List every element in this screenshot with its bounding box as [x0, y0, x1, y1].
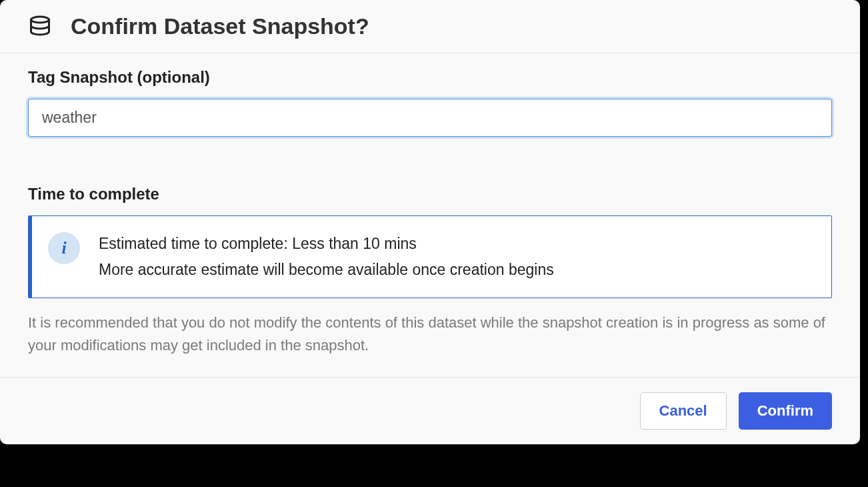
- tag-snapshot-label: Tag Snapshot (optional): [28, 68, 832, 87]
- cancel-button[interactable]: Cancel: [640, 392, 727, 430]
- info-line-2: More accurate estimate will become avail…: [99, 257, 554, 283]
- info-text: Estimated time to complete: Less than 10…: [99, 231, 554, 283]
- confirm-snapshot-dialog: Confirm Dataset Snapshot? Tag Snapshot (…: [0, 0, 860, 444]
- dialog-footer: Cancel Confirm: [0, 377, 860, 444]
- confirm-button[interactable]: Confirm: [739, 392, 832, 430]
- svg-point-0: [31, 17, 49, 23]
- dialog-header: Confirm Dataset Snapshot?: [0, 0, 860, 53]
- dialog-title: Confirm Dataset Snapshot?: [71, 13, 369, 39]
- database-icon: [28, 15, 52, 39]
- dialog-body: Tag Snapshot (optional) Time to complete…: [0, 53, 860, 377]
- helper-text: It is recommended that you do not modify…: [28, 312, 832, 357]
- info-icon: i: [48, 232, 80, 264]
- tag-snapshot-input[interactable]: [28, 99, 832, 137]
- info-line-1: Estimated time to complete: Less than 10…: [99, 231, 554, 257]
- time-to-complete-label: Time to complete: [28, 185, 832, 203]
- info-box: i Estimated time to complete: Less than …: [28, 215, 832, 298]
